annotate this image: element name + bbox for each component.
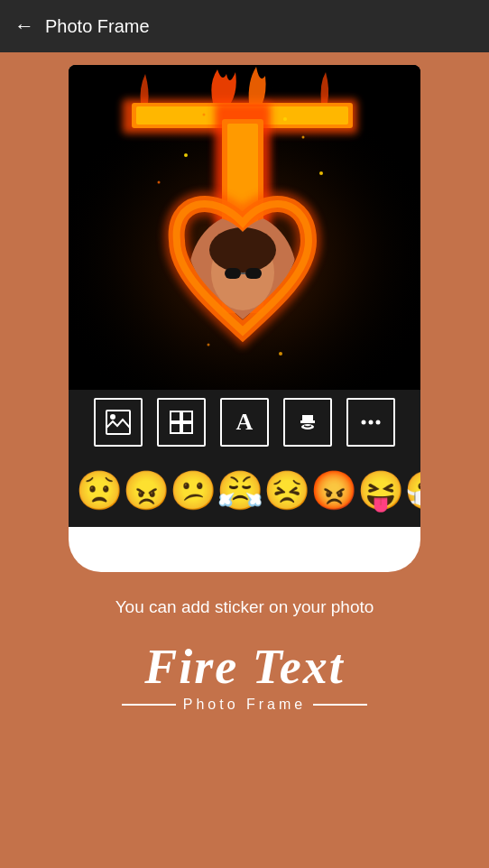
svg-point-33 [376,420,381,425]
svg-point-21 [279,352,282,356]
more-tool-button[interactable] [346,398,395,447]
text-tool-button[interactable]: A [220,398,269,447]
emoji-worried[interactable]: 😟 [76,472,123,510]
svg-rect-29 [302,415,313,423]
emoji-persevere[interactable]: 😣 [263,472,310,510]
back-button[interactable]: ← [14,14,34,38]
svg-point-19 [319,171,323,175]
emoji-angry[interactable]: 😠 [123,472,170,510]
left-divider [122,704,176,706]
text-tool-icon: A [236,409,254,436]
app-title-sub-row: Photo Frame [122,697,367,713]
emoji-strip: 😟 😠 😕 😤 😣 😡 😝 😷 [69,455,420,527]
svg-point-18 [158,181,161,184]
svg-point-14 [184,153,188,157]
phone-bottom [69,527,420,572]
emoji-rage[interactable]: 😡 [310,472,357,510]
right-divider [313,704,367,706]
app-title-main: Fire Text [144,639,345,695]
description-text: You can add sticker on your photo [115,597,374,617]
image-tool-button[interactable] [94,398,143,447]
svg-point-31 [362,420,366,425]
page-title: Photo Frame [45,16,150,37]
app-title-sub: Photo Frame [183,697,306,713]
app-title-area: Fire Text Photo Frame [122,639,367,713]
phone-mockup: A [69,65,420,572]
svg-point-17 [283,117,287,121]
emoji-steaming[interactable]: 😤 [217,472,263,510]
svg-point-20 [208,344,210,346]
svg-rect-24 [171,411,180,421]
svg-rect-25 [182,411,192,421]
svg-rect-22 [106,411,130,434]
toolbar: A [69,390,420,455]
svg-rect-11 [225,268,241,279]
svg-point-10 [209,227,276,272]
svg-rect-12 [245,268,262,279]
svg-point-15 [302,136,305,139]
phone-screen: A [69,65,420,527]
frames-tool-button[interactable] [157,398,206,447]
emoji-mask[interactable]: 😷 [404,472,420,510]
svg-rect-27 [182,423,192,433]
svg-point-23 [110,414,115,420]
emoji-stuck-out[interactable]: 😝 [357,472,404,510]
top-bar: ← Photo Frame [0,0,489,52]
svg-rect-26 [171,423,180,433]
main-image [69,65,420,390]
svg-point-32 [369,420,374,425]
emoji-confused[interactable]: 😕 [170,472,217,510]
svg-point-16 [203,114,206,116]
sticker-tool-button[interactable] [283,398,332,447]
